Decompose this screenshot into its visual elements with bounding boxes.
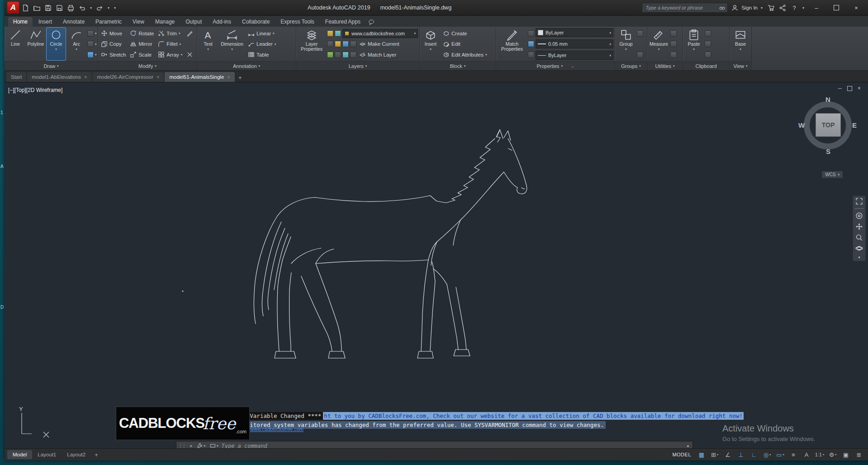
tab-manage[interactable]: Manage	[150, 17, 180, 27]
properties-list-icon[interactable]	[528, 41, 534, 47]
layer-tool-icon[interactable]	[350, 41, 356, 47]
minimize-button[interactable]: –	[807, 2, 825, 14]
match-properties-button[interactable]: Match Properties	[498, 28, 526, 60]
properties-list-icon[interactable]	[528, 30, 534, 37]
qat-customize-caret[interactable]: ▾	[113, 6, 117, 10]
customize-wrench-icon[interactable]: ▾	[194, 443, 208, 448]
erase-tool-button[interactable]	[185, 28, 194, 38]
panel-layers-footer[interactable]: Layers▾	[296, 61, 419, 70]
command-collapse-caret[interactable]: ▲	[683, 444, 693, 448]
edit-block-button[interactable]: Edit	[441, 39, 488, 49]
fillet-tool-button[interactable]: Fillet▾	[157, 39, 184, 49]
circle-dropdown-caret[interactable]: ▾	[55, 48, 57, 51]
insert-caret[interactable]: ▾	[430, 48, 432, 51]
close-tab-icon[interactable]: ×	[84, 74, 87, 80]
panel-annotation-footer[interactable]: Annotation▾	[197, 61, 296, 70]
share-icon[interactable]	[778, 3, 787, 13]
create-block-button[interactable]: Create	[441, 28, 488, 38]
redo-button[interactable]	[95, 3, 104, 13]
group-caret[interactable]: ▾	[625, 48, 627, 51]
dimension-tool-button[interactable]: Dimension ▾	[219, 28, 245, 60]
file-tab-start[interactable]: Start	[6, 72, 26, 82]
search-input[interactable]	[645, 5, 717, 11]
copy-clip-icon[interactable]	[705, 41, 711, 47]
tab-featured-apps[interactable]: Featured Apps	[320, 17, 365, 27]
close-button[interactable]: ×	[847, 2, 865, 14]
polar-tracking-icon[interactable]: ◎▾	[761, 450, 773, 459]
text-tool-button[interactable]: A Text ▾	[199, 28, 218, 60]
panel-draw-footer[interactable]: Draw▾	[5, 61, 98, 70]
wcs-dropdown[interactable]: WCS ▾	[822, 171, 843, 178]
autocad-logo-icon[interactable]: A	[7, 2, 19, 14]
command-bar-close-icon[interactable]: ×	[187, 443, 194, 449]
insert-block-button[interactable]: Insert ▾	[421, 28, 440, 60]
maximize-button[interactable]	[827, 2, 845, 14]
new-layout-button[interactable]: +	[91, 451, 102, 458]
drawing-canvas[interactable]: [−][Top][2D Wireframe] ─ ×	[5, 82, 868, 448]
layer-properties-button[interactable]: Layer Properties	[298, 28, 326, 60]
annotation-visibility-icon[interactable]: A	[800, 450, 813, 459]
app-store-cart-icon[interactable]	[766, 3, 776, 13]
make-current-button[interactable]: Make Current	[358, 39, 401, 49]
navbar-more-caret[interactable]: ▾	[858, 255, 860, 259]
grid-toggle-icon[interactable]: ▦	[695, 450, 708, 459]
rectangle-caret[interactable]: ▾	[95, 32, 97, 35]
file-tab-model51[interactable]: model51-AnimalsSingle×	[165, 72, 234, 82]
polyline-tool-button[interactable]: Polyline	[26, 28, 45, 60]
viewcube-south[interactable]: S	[826, 148, 830, 155]
id-point-icon[interactable]	[670, 41, 677, 47]
paste-caret[interactable]: ▾	[693, 48, 695, 51]
fillet-caret[interactable]: ▾	[180, 43, 181, 46]
undo-button[interactable]	[77, 3, 87, 13]
array-tool-button[interactable]: Array▾	[157, 49, 184, 60]
sign-in-button[interactable]: Sign In ▾	[741, 5, 764, 10]
measure-button[interactable]: Measure ▾	[649, 28, 669, 60]
fullscreen-icon[interactable]	[855, 197, 863, 205]
ellipse-caret[interactable]: ▾	[95, 43, 97, 46]
panel-view-footer[interactable]: View▾	[730, 61, 751, 70]
quick-calc-icon[interactable]	[670, 30, 677, 37]
help-icon[interactable]: ?	[789, 3, 799, 13]
properties-list-icon[interactable]	[528, 52, 534, 58]
viewcube-north[interactable]: N	[825, 96, 830, 103]
object-snap-icon[interactable]: ▭▾	[774, 450, 787, 459]
leader-button[interactable]: Leader▾	[247, 39, 277, 49]
measure-caret[interactable]: ▾	[658, 48, 660, 51]
command-bar-grip[interactable]: ⋮⋮	[176, 443, 187, 448]
model-space-badge[interactable]: MODEL	[669, 450, 695, 459]
panel-modify-footer[interactable]: Modify▾	[98, 61, 197, 70]
trim-tool-button[interactable]: Trim▾	[157, 28, 184, 38]
annotation-scale-dropdown[interactable]: 1:1▾	[813, 450, 826, 459]
table-button[interactable]: Table	[247, 49, 277, 60]
tab-express-tools[interactable]: Express Tools	[275, 17, 319, 27]
ellipse-tool-icon[interactable]	[87, 41, 94, 47]
redo-dropdown-caret[interactable]: ▾	[106, 6, 111, 10]
close-tab-icon[interactable]: ×	[157, 74, 159, 80]
tab-insert[interactable]: Insert	[33, 17, 57, 27]
rectangle-tool-icon[interactable]	[87, 30, 94, 37]
viewport-controls-label[interactable]: [−][Top][2D Wireframe]	[8, 87, 62, 93]
layer-tool-icon[interactable]	[327, 52, 333, 58]
paste-button[interactable]: Paste ▾	[684, 28, 703, 60]
cut-icon[interactable]	[705, 30, 711, 37]
tab-collaborate[interactable]: Collaborate	[237, 17, 275, 27]
steering-wheel-icon[interactable]	[855, 212, 863, 220]
close-tab-icon[interactable]: ×	[227, 74, 230, 80]
layer-tool-icon[interactable]	[335, 52, 341, 58]
tab-parametric[interactable]: Parametric	[90, 17, 127, 27]
group-edit-icon[interactable]	[637, 52, 643, 58]
quick-select-icon[interactable]	[670, 52, 677, 58]
file-tab-model1[interactable]: model1-AbElevations×	[27, 72, 91, 82]
ungroup-icon[interactable]	[637, 30, 643, 37]
dynamic-input-icon[interactable]: ⊥	[735, 450, 747, 459]
tab-annotate[interactable]: Annotate	[58, 17, 90, 27]
match-layer-button[interactable]: Match Layer	[358, 49, 398, 60]
layer-freeze-icon[interactable]	[335, 30, 341, 37]
viewcube-east[interactable]: E	[852, 121, 857, 129]
new-file-button[interactable]	[21, 3, 30, 13]
dimension-caret[interactable]: ▾	[231, 48, 233, 51]
layer-on-bulb-icon[interactable]	[327, 30, 333, 37]
circle-tool-button[interactable]: Circle ▾	[47, 28, 66, 60]
viewcube[interactable]: N W E S TOP	[799, 97, 856, 154]
layout1-tab[interactable]: Layout1	[32, 450, 62, 459]
